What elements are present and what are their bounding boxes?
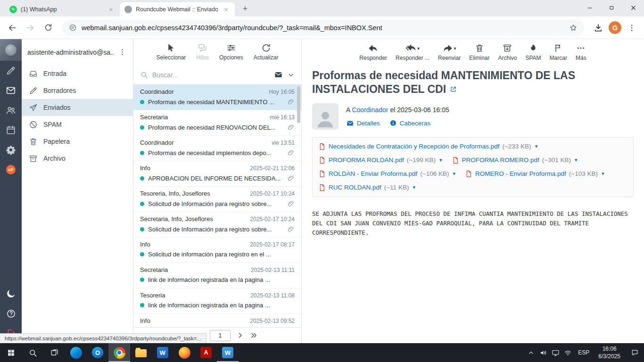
tab-whatsapp[interactable]: (1) WhatsApp <box>5 2 120 16</box>
attachment-menu-icon[interactable]: ▾ <box>412 184 415 190</box>
chrome-icon[interactable] <box>108 343 130 362</box>
attachment-link[interactable]: Necesidades de Contratación y Recepción … <box>329 143 499 150</box>
last-page-icon[interactable] <box>250 331 258 339</box>
headers-link[interactable]: Cabeceras <box>389 119 430 127</box>
word-document-icon[interactable]: W <box>217 343 239 362</box>
message-row[interactable]: Coordinadorvie 13:51 Proformas de necesi… <box>133 136 301 161</box>
folder-trash[interactable]: Papelera <box>22 133 133 150</box>
attachment-link[interactable]: RUC ROLDAN.pdf <box>329 184 381 191</box>
forward-button[interactable]: ▾Reenviar <box>438 43 461 65</box>
help-button[interactable] <box>0 304 22 323</box>
message-row[interactable]: Secretariamié 16:13 Proformas de necesid… <box>133 110 301 136</box>
folder-options-icon[interactable] <box>117 47 127 58</box>
folder-spam[interactable]: SPAM <box>22 116 133 133</box>
attachment-menu-icon[interactable]: ▾ <box>438 157 442 163</box>
spam-button[interactable]: SPAM <box>526 43 541 65</box>
select-button[interactable]: Seleccionar <box>157 43 186 65</box>
forward-dropdown-icon[interactable]: ▾ <box>454 46 456 51</box>
dark-mode-toggle[interactable] <box>0 284 22 304</box>
file-explorer-icon[interactable] <box>130 343 152 362</box>
next-page-icon[interactable] <box>236 331 244 339</box>
language-indicator[interactable]: ESP <box>574 349 594 356</box>
attachment-link[interactable]: ROMERO - Enviar Proforma.pdf <box>475 170 566 177</box>
reload-button[interactable] <box>41 20 56 35</box>
volume-icon[interactable] <box>537 343 549 362</box>
calendar-nav-button[interactable] <box>0 120 22 140</box>
delete-button[interactable]: Eliminar <box>469 43 489 65</box>
open-in-new-window-icon[interactable] <box>450 82 457 96</box>
compose-button[interactable] <box>0 61 22 81</box>
attachment-menu-icon[interactable]: ▾ <box>534 143 538 149</box>
message-row[interactable]: Tesoreria2025-02-13 11:08 link de inform… <box>133 288 301 314</box>
message-row[interactable]: CoordinadorHoy 16:05 Proformas de necesi… <box>133 85 301 110</box>
message-row[interactable]: Info2025-02-13 09:52 <box>133 314 301 327</box>
close-button[interactable] <box>622 0 644 16</box>
maximize-button[interactable] <box>601 0 622 16</box>
start-button[interactable] <box>0 343 22 362</box>
search-input[interactable] <box>152 71 270 79</box>
network-icon[interactable] <box>561 343 574 362</box>
hidden-icons-chevron-icon[interactable] <box>525 343 537 362</box>
message-row[interactable]: Secretaria2025-02-13 11:11 link de infor… <box>133 263 301 288</box>
contacts-nav-button[interactable] <box>0 100 22 120</box>
outlook-icon[interactable]: O <box>87 343 108 362</box>
mark-button[interactable]: Marcar <box>550 43 567 65</box>
action-center-icon[interactable] <box>625 349 644 357</box>
firefox-icon[interactable] <box>173 343 195 362</box>
message-row[interactable]: Secretaria, Info, Joseflores2025-02-17 1… <box>133 212 301 238</box>
attachment-menu-icon[interactable]: ▾ <box>574 157 578 163</box>
word-icon[interactable]: W <box>152 343 173 362</box>
more-button[interactable]: Más <box>576 43 586 65</box>
attachment-link[interactable]: ROLDAN - Enviar Proforma.pdf <box>329 170 417 177</box>
site-info-icon[interactable] <box>69 24 77 32</box>
mail-nav-button[interactable] <box>0 81 22 100</box>
attachment-menu-icon[interactable]: ▾ <box>452 171 455 177</box>
browser-menu-icon[interactable] <box>624 20 639 35</box>
message-row[interactable]: Info2025-02-17 08:17 Solicitud de inform… <box>133 238 301 263</box>
threads-button[interactable]: Hilos <box>196 43 209 65</box>
tab-close-icon[interactable] <box>222 5 230 14</box>
settings-nav-button[interactable] <box>0 140 22 160</box>
profile-avatar[interactable]: G <box>609 21 621 34</box>
minimize-button[interactable] <box>579 0 601 16</box>
attachment-link[interactable]: PROFORMA ROLDAN.pdf <box>329 156 404 164</box>
new-tab-button[interactable] <box>239 2 252 15</box>
reply-all-dropdown-icon[interactable]: ▾ <box>417 46 420 51</box>
taskbar-clock[interactable]: 16:06 6/3/2025 <box>594 345 625 360</box>
search-options-chevron-icon[interactable] <box>287 71 295 79</box>
refresh-button[interactable]: Actualizar <box>254 43 279 65</box>
details-link[interactable]: Detalles <box>346 119 380 127</box>
edge-icon[interactable] <box>65 343 87 362</box>
taskbar-search-icon[interactable] <box>22 343 43 362</box>
task-view-icon[interactable] <box>43 343 65 362</box>
reply-button[interactable]: Responder <box>359 43 387 65</box>
options-button[interactable]: Opciones <box>219 43 243 65</box>
headers-label: Cabeceras <box>400 120 430 127</box>
display-icon[interactable] <box>549 343 561 362</box>
message-row[interactable]: Info2025-02-21 12:06 APROBACION DEL INFO… <box>133 161 301 187</box>
downloads-icon[interactable] <box>591 20 606 35</box>
search-scope-icon[interactable] <box>274 70 283 79</box>
recipient-link[interactable]: Coordinador <box>352 106 388 114</box>
folder-inbox[interactable]: Entrada <box>22 65 133 82</box>
folder-sent[interactable]: Enviados <box>22 99 133 116</box>
attachment-menu-icon[interactable]: ▾ <box>601 171 604 177</box>
folder-drafts[interactable]: Borradores <box>22 82 133 99</box>
account-name: asistente-administrativo@sa... <box>27 49 114 56</box>
acrobat-icon[interactable]: A <box>195 343 217 362</box>
forward-button[interactable] <box>23 20 38 35</box>
archive-button[interactable]: Archivo <box>498 43 517 65</box>
cpanel-icon[interactable]: cP <box>0 160 22 180</box>
attachment-link[interactable]: PROFORMA ROMERO.pdf <box>462 156 539 164</box>
message-row[interactable]: Tesoreria, Info, Joseflores2025-02-17 10… <box>133 187 301 212</box>
folder-archive[interactable]: Archivo <box>22 150 133 167</box>
tab-close-icon[interactable] <box>107 5 115 14</box>
list-scrollbar[interactable] <box>297 86 300 123</box>
reply-all-button[interactable]: ▾Responder ... <box>396 43 429 65</box>
page-number-input[interactable] <box>210 330 231 341</box>
bookmark-star-icon[interactable] <box>569 24 578 32</box>
back-button[interactable] <box>5 20 20 35</box>
tab-roundcube[interactable]: Roundcube Webmail :: Enviado... <box>120 2 235 16</box>
address-bar[interactable]: webmail.sanjuan.gob.ec/cpsess4234740396/… <box>62 20 584 36</box>
pdf-icon <box>318 184 326 191</box>
